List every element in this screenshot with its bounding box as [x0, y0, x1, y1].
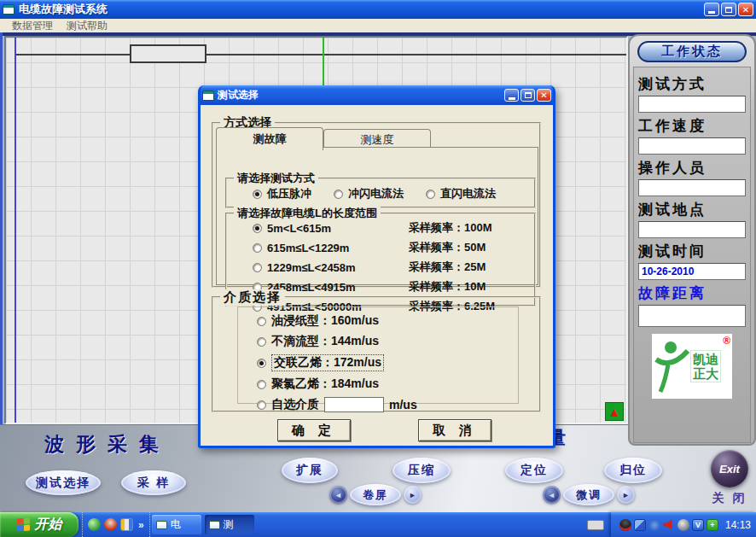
fine-tune-button[interactable]: 微调 [563, 484, 614, 505]
radio-low-voltage-pulse[interactable]: 低压脉冲 [253, 186, 311, 201]
radio-icon [257, 400, 266, 410]
fault-distance-label: 故障距离 [638, 283, 746, 303]
qq-launch-icon[interactable] [104, 518, 117, 531]
test-method-group-label: 请选择测试方式 [234, 171, 318, 186]
test-select-button[interactable]: 测试选择 [26, 470, 101, 495]
restore-button[interactable] [721, 3, 736, 16]
radio-icon [253, 190, 262, 199]
exit-button[interactable]: Exit [711, 450, 748, 487]
scroll-right-arrow-icon[interactable]: ► [404, 486, 422, 504]
radio-direct-flash[interactable]: 直闪电流法 [426, 186, 496, 201]
radio-icon [257, 317, 266, 326]
test-method-group: 请选择测试方式 低压脉冲 冲闪电流法 直闪电流法 [225, 178, 536, 208]
start-button[interactable]: 开始 [0, 512, 79, 537]
security-shield-icon[interactable] [648, 519, 660, 531]
radio-length-range-2[interactable]: 615m≤L<1229m 采样频率：50M [253, 240, 529, 255]
waveform-baseline [15, 54, 626, 55]
trigger-indicator-icon: ▲ [605, 402, 624, 421]
radio-media-oil-paper[interactable]: 油浸纸型：160m/us [257, 313, 518, 329]
quick-launch-overflow-icon[interactable]: » [137, 519, 144, 531]
expand-button[interactable]: 扩展 [282, 458, 338, 483]
input-method-icon[interactable] [587, 520, 604, 530]
radio-length-range-3[interactable]: 1229m≤L<2458m 采样频率：25M [253, 260, 529, 275]
radio-media-non-drip[interactable]: 不滴流型：144m/us [257, 334, 518, 349]
media-player-icon[interactable] [120, 518, 133, 531]
radio-media-pvc[interactable]: 聚氯乙烯：184m/us [257, 376, 518, 392]
radio-impulse-flash[interactable]: 冲闪电流法 [334, 186, 404, 201]
dialog-titlebar: 测试选择 ✕ [201, 85, 553, 105]
test-location-field[interactable] [638, 221, 746, 238]
waveform-collect-title: 波形采集 [44, 431, 171, 458]
scroll-screen-button[interactable]: 卷屏 [350, 484, 401, 505]
windows-logo-icon [17, 517, 30, 531]
radio-length-range-4[interactable]: 2458m≤L<4915m 采样频率：10M [253, 279, 529, 295]
test-time-field[interactable]: 10-26-2010 [638, 263, 746, 280]
antivirus-tray-icon[interactable]: V [692, 519, 704, 531]
exit-close-label: 关 闭 [707, 491, 752, 506]
cancel-button[interactable]: 取 消 [418, 419, 491, 441]
radio-media-custom[interactable]: 自选介质 m/us [257, 397, 518, 412]
radio-media-xlpe[interactable]: 交联乙烯：172m/us [257, 354, 518, 371]
radio-icon [253, 263, 262, 272]
taskbar-item-dialog[interactable]: 测 [205, 515, 254, 534]
locate-button[interactable]: 定位 [505, 458, 563, 483]
radio-length-range-1[interactable]: 5m<L<615m 采样频率：100M [253, 220, 529, 236]
qq-tray-icon[interactable] [619, 519, 631, 531]
dialog-close-button[interactable]: ✕ [537, 89, 551, 102]
test-location-label: 测试地点 [638, 200, 746, 219]
browser-icon[interactable] [88, 518, 101, 531]
operator-field[interactable] [638, 179, 746, 196]
registered-mark: ® [723, 335, 730, 347]
menu-data-management[interactable]: 数据管理 [5, 19, 60, 33]
radio-icon [257, 380, 266, 389]
close-button[interactable]: ✕ [738, 3, 753, 16]
volume-icon[interactable] [663, 519, 675, 531]
test-method-field[interactable] [638, 96, 746, 113]
test-method-label: 测试方式 [638, 74, 746, 94]
mode-select-group: 方式选择 测故障 测速度 请选择测试方式 低压脉冲 冲闪电流法 [212, 122, 541, 288]
fine-right-arrow-icon[interactable]: ► [617, 486, 635, 504]
system-tray: V + 14:13 [611, 512, 756, 537]
zoom-region-marker[interactable] [130, 44, 206, 63]
taskbar-clock[interactable]: 14:13 [725, 519, 751, 531]
main-titlebar: 电缆故障测试系统 ✕ [0, 0, 756, 19]
brand-logo: ® 凯迪 正大 [652, 334, 732, 399]
test-select-dialog: 测试选择 ✕ 方式选择 测故障 测速度 请选择测试方式 低压脉冲 [198, 85, 555, 448]
menu-bar: 数据管理 测试帮助 [0, 19, 756, 32]
compress-button[interactable]: 压缩 [393, 458, 451, 483]
minimize-button[interactable] [704, 3, 719, 16]
status-fields: 测试方式 工作速度 操作人员 测试地点 测试时间 10-26-2010 故障距离… [633, 67, 751, 443]
custom-media-input[interactable] [324, 397, 384, 412]
dialog-restore-button[interactable] [520, 89, 535, 102]
radio-icon [257, 359, 266, 368]
health-tray-icon[interactable]: + [707, 519, 718, 531]
radio-icon [253, 224, 262, 233]
sample-button[interactable]: 采 样 [121, 470, 186, 495]
cable-length-group-label: 请选择故障电缆L的长度范围 [234, 206, 381, 221]
taskbar: 开始 » 电 测 V + 14:13 [0, 512, 756, 537]
work-status-badge: 工作状态 [637, 41, 747, 62]
menu-test-help[interactable]: 测试帮助 [60, 19, 114, 33]
ok-button[interactable]: 确 定 [277, 419, 351, 441]
network-tray-icon[interactable] [634, 519, 646, 531]
logo-figure-icon [654, 339, 689, 394]
dialog-minimize-button[interactable] [504, 89, 519, 102]
work-speed-label: 工作速度 [638, 116, 746, 136]
media-select-group: 介质选择 油浸纸型：160m/us 不滴流型：144m/us 交联乙烯：172m… [212, 296, 541, 412]
work-speed-field[interactable] [638, 137, 746, 155]
tab-test-fault[interactable]: 测故障 [216, 127, 323, 150]
disc-tray-icon[interactable] [677, 519, 689, 531]
media-options: 油浸纸型：160m/us 不滴流型：144m/us 交联乙烯：172m/us 聚… [237, 306, 519, 404]
quick-launch: » [82, 512, 150, 537]
scroll-left-arrow-icon[interactable]: ◄ [329, 486, 347, 504]
fault-tab-panel: 请选择测试方式 低压脉冲 冲闪电流法 直闪电流法 [216, 147, 538, 285]
media-select-label: 介质选择 [220, 289, 285, 306]
home-button[interactable]: 归位 [604, 458, 662, 483]
radio-icon [334, 190, 343, 199]
radio-icon [426, 190, 435, 199]
taskbar-item-main-app[interactable]: 电 [152, 515, 201, 534]
fault-distance-field[interactable] [638, 305, 746, 327]
fine-left-arrow-icon[interactable]: ◄ [543, 486, 561, 504]
work-status-panel: 工作状态 测试方式 工作速度 操作人员 测试地点 测试时间 10-26-2010… [628, 34, 756, 446]
app-icon [3, 4, 15, 15]
